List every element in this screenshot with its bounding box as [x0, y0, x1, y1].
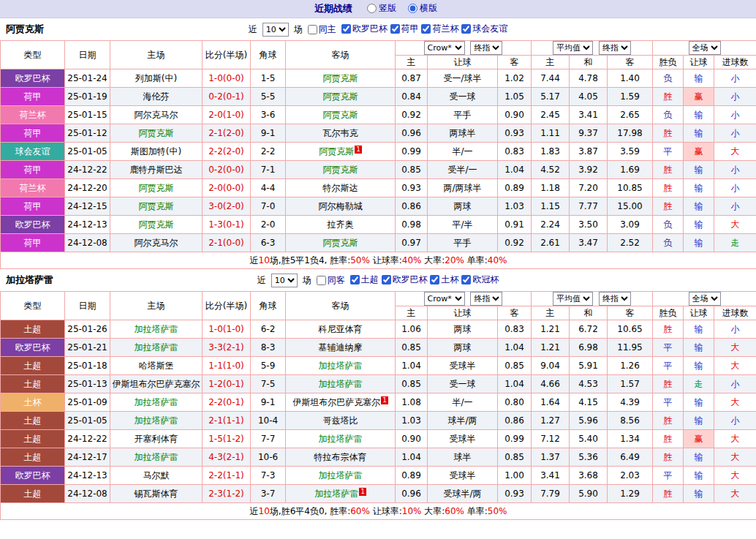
- away-team-link[interactable]: 加拉塔萨雷: [286, 430, 396, 448]
- away-team-link[interactable]: 哥兹塔比: [286, 412, 396, 430]
- result-scope-select[interactable]: 全场: [689, 41, 721, 55]
- euro-away-odds: 6.49: [608, 448, 653, 467]
- league-badge: 荷甲: [1, 234, 65, 252]
- euro-odds-source-select[interactable]: 平均值: [553, 292, 593, 306]
- home-team-link[interactable]: 加拉塔萨雷: [110, 412, 203, 430]
- league-filter-checkbox[interactable]: 荷甲: [390, 23, 419, 35]
- away-team-link[interactable]: 阿贾克斯: [286, 234, 396, 252]
- result-handicap: 输: [684, 234, 714, 252]
- asia-handicap: 受一/球半: [428, 69, 498, 88]
- score: 3-0(2-0): [203, 197, 251, 216]
- layout-radio[interactable]: 横版: [408, 2, 437, 15]
- home-team-link[interactable]: 列加斯(中): [110, 69, 203, 88]
- league-filter-checkbox[interactable]: 土超: [350, 274, 379, 286]
- away-team-link[interactable]: 瓦尔韦克: [286, 124, 396, 143]
- home-team-link[interactable]: 阿尔克马尔: [110, 106, 203, 124]
- home-team-link[interactable]: 阿贾克斯: [110, 179, 203, 197]
- league-filter-checkbox[interactable]: 球会友谊: [461, 23, 507, 35]
- away-team-link[interactable]: 特拉布宗体育: [286, 448, 396, 467]
- result-handicap: 输: [684, 412, 714, 430]
- result-handicap: 输: [684, 106, 714, 124]
- away-team-link[interactable]: 加拉塔萨雷: [286, 375, 396, 393]
- result-scope-select[interactable]: 全场: [689, 292, 721, 306]
- home-team-link[interactable]: 马尔默: [110, 467, 203, 485]
- league-badge: 土超: [1, 320, 65, 339]
- corner-score: 3-7: [251, 485, 286, 503]
- layout-radio-input[interactable]: [408, 4, 417, 13]
- league-checkbox-input[interactable]: [382, 275, 391, 284]
- away-team-link[interactable]: 基辅迪纳摩: [286, 339, 396, 357]
- away-team-link[interactable]: 阿贾克斯: [286, 161, 396, 179]
- same-venue-checkbox[interactable]: 同客: [317, 274, 345, 287]
- league-checkbox-input[interactable]: [350, 275, 360, 284]
- asia-home-odds: 1.08: [396, 393, 428, 412]
- home-team-link[interactable]: 阿贾克斯: [110, 216, 203, 234]
- layout-radio-input[interactable]: [367, 4, 377, 13]
- home-team-link[interactable]: 锡瓦斯体育: [110, 485, 203, 503]
- away-team-link[interactable]: 加拉塔萨雷1: [286, 485, 396, 503]
- home-team-link[interactable]: 斯图加特(中): [110, 143, 203, 161]
- league-checkbox-input[interactable]: [341, 24, 351, 34]
- result-handicap: 赢: [684, 143, 714, 161]
- asia-odds-select-cell: Crow* 终指: [396, 292, 532, 306]
- asia-odds-source-select[interactable]: Crow*: [424, 41, 465, 55]
- home-team-link[interactable]: 加拉塔萨雷: [110, 448, 203, 467]
- league-filter-checkbox[interactable]: 欧罗巴杯: [382, 274, 428, 286]
- league-filter-checkbox[interactable]: 欧冠杯: [461, 274, 499, 286]
- corner-score: 6-3: [251, 234, 286, 252]
- home-team-link[interactable]: 阿尔克马尔: [110, 234, 203, 252]
- asia-away-odds: 0.83: [498, 320, 532, 339]
- league-checkbox-input[interactable]: [421, 24, 431, 34]
- away-team-link[interactable]: 阿贾克斯: [286, 69, 396, 88]
- asia-odds-time-select[interactable]: 终指: [470, 292, 502, 306]
- asia-odds-source-select[interactable]: Crow*: [424, 292, 465, 306]
- away-team-link[interactable]: 加拉塔萨雷: [286, 467, 396, 485]
- summary-segment: 10: [259, 506, 270, 516]
- euro-home-odds: 7.44: [532, 69, 570, 88]
- away-team-link[interactable]: 阿贾克斯1: [286, 143, 396, 161]
- asia-handicap: 受球半: [428, 357, 498, 375]
- home-team-link[interactable]: 加拉塔萨雷: [110, 393, 203, 412]
- same-venue-checkbox-input[interactable]: [317, 276, 326, 285]
- away-team-link[interactable]: 阿贾克斯: [286, 88, 396, 106]
- same-venue-checkbox[interactable]: 同主: [308, 23, 336, 36]
- home-team-link[interactable]: 阿贾克斯: [110, 197, 203, 216]
- home-team-link[interactable]: 开塞利体育: [110, 430, 203, 448]
- asia-odds-time-select[interactable]: 终指: [470, 41, 502, 55]
- home-team-link[interactable]: 哈塔斯堡: [110, 357, 203, 375]
- euro-odds-time-select[interactable]: 终指: [599, 292, 631, 306]
- match-count-select[interactable]: 10: [271, 274, 298, 287]
- euro-away-odds: 10.85: [608, 179, 653, 197]
- home-team-link[interactable]: 阿贾克斯: [110, 124, 203, 143]
- euro-home-odds: 4.52: [532, 161, 570, 179]
- league-filter-checkbox[interactable]: 荷兰杯: [421, 23, 458, 35]
- away-team-link[interactable]: 伊斯坦布尔巴萨克塞尔1: [286, 393, 396, 412]
- away-team-link[interactable]: 加拉塔萨雷: [286, 357, 396, 375]
- home-team-link[interactable]: 鹿特丹斯巴达: [110, 161, 203, 179]
- result-goals: 小: [714, 69, 756, 88]
- same-venue-checkbox-input[interactable]: [308, 25, 317, 34]
- away-team-link[interactable]: 特尔斯达: [286, 179, 396, 197]
- summary-segment: 60%: [350, 506, 370, 516]
- match-count-select[interactable]: 10: [262, 23, 289, 37]
- league-checkbox-input[interactable]: [461, 275, 471, 284]
- league-filter-checkbox[interactable]: 土杯: [430, 274, 458, 286]
- euro-home-odds: 2.24: [532, 216, 570, 234]
- league-filter-checkbox[interactable]: 欧罗巴杯: [341, 23, 388, 35]
- asia-handicap: 受球半/两: [428, 485, 498, 503]
- away-team-link[interactable]: 阿贾克斯: [286, 106, 396, 124]
- league-checkbox-input[interactable]: [461, 24, 471, 34]
- euro-odds-time-select[interactable]: 终指: [599, 41, 631, 55]
- league-checkbox-input[interactable]: [390, 24, 400, 34]
- home-team-link[interactable]: 加拉塔萨雷: [110, 339, 203, 357]
- home-team-link[interactable]: 加拉塔萨雷: [110, 320, 203, 339]
- away-team-link[interactable]: 拉齐奥: [286, 216, 396, 234]
- league-checkbox-input[interactable]: [430, 275, 439, 284]
- layout-radio[interactable]: 竖版: [367, 2, 396, 15]
- home-team-link[interactable]: 海伦芬: [110, 88, 203, 106]
- away-team-link[interactable]: 科尼亚体育: [286, 320, 396, 339]
- euro-odds-source-select[interactable]: 平均值: [553, 41, 593, 55]
- euro-away-odds: 1.59: [608, 88, 653, 106]
- away-team-link[interactable]: 阿尔梅勒城: [286, 197, 396, 216]
- home-team-link[interactable]: 伊斯坦布尔巴萨克塞尔: [110, 375, 203, 393]
